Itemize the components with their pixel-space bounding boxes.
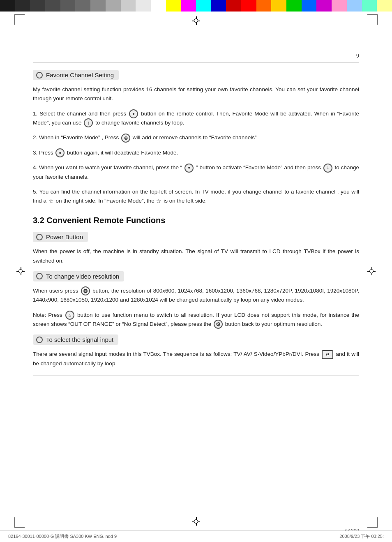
hr-top <box>33 62 359 62</box>
star-icon-1: ☆ <box>48 196 54 206</box>
favorite-channel-point4: 4. When you want to watch your favorite … <box>33 163 359 182</box>
fav-button-1: ● <box>129 109 138 118</box>
power-button-title: Power Button <box>46 233 83 240</box>
signal-input-heading: To select the signal input <box>33 334 118 345</box>
center-cross-bottom <box>192 517 200 526</box>
bottom-bar: 82164-30011-00000-G 説明書 SA300 KW ENG.ind… <box>0 530 392 542</box>
favorite-channel-point3: 3. Press ● button again, it will deactiv… <box>33 148 359 157</box>
fav-button-4: ● <box>184 164 194 173</box>
video-resolution-heading: To change video resolution <box>33 271 124 281</box>
fav-button-2: ◎ <box>121 134 130 143</box>
color-bar <box>0 0 392 12</box>
video-resolution-para2: Note: Press ⌂ button to use function men… <box>33 311 359 329</box>
favorite-channel-point1: 1. Select the channel and then press ● b… <box>33 109 359 128</box>
power-circle-icon <box>36 234 43 240</box>
video-res-circle-icon <box>36 273 43 279</box>
arrow-button-1: ↕ <box>84 118 93 127</box>
corner-bracket-bl <box>14 517 25 528</box>
video-resolution-para1: When users press ⚙ button, the resolutio… <box>33 286 359 305</box>
signal-input-para1: There are several signal input modes in … <box>33 350 359 368</box>
signal-input-title: To select the signal input <box>46 336 113 343</box>
fav-button-3: ● <box>55 148 65 157</box>
video-resolution-title: To change video resolution <box>46 273 119 280</box>
favorite-channel-heading: Favorite Channel Setting <box>33 70 119 80</box>
home-button-1: ⌂ <box>65 311 74 320</box>
favorite-channel-point5: 5. You can find the channel information … <box>33 187 359 206</box>
hr-bottom <box>33 376 359 376</box>
convenient-remote-heading: 3.2 Convenient Remote Functions <box>33 216 359 225</box>
corner-bracket-br <box>367 517 378 528</box>
gear-button-1: ⚙ <box>81 286 90 295</box>
arrow-button-2: ↕ <box>323 164 332 173</box>
signal-circle-icon <box>36 337 43 343</box>
power-button-heading: Power Button <box>33 232 88 242</box>
gear-button-2: ⚙ <box>214 320 223 329</box>
power-button-body: When the power is off, the machine is in… <box>33 247 359 265</box>
input-button-1: ⇄ <box>322 350 333 359</box>
favorite-channel-title: Favorite Channel Setting <box>46 71 114 78</box>
favorite-channel-para1: My favorite channel setting function pro… <box>33 85 359 104</box>
section-circle-icon <box>36 72 43 78</box>
star-icon-2: ☆ <box>156 196 161 206</box>
bottom-bar-right: 2008/9/23 下午 03:25: <box>339 533 384 540</box>
page-number: 9 <box>33 53 359 59</box>
favorite-channel-point2: 2. When in “Favorite Mode” , Press ◎ wil… <box>33 133 359 142</box>
bottom-bar-left: 82164-30011-00000-G 説明書 SA300 KW ENG.ind… <box>8 533 117 540</box>
